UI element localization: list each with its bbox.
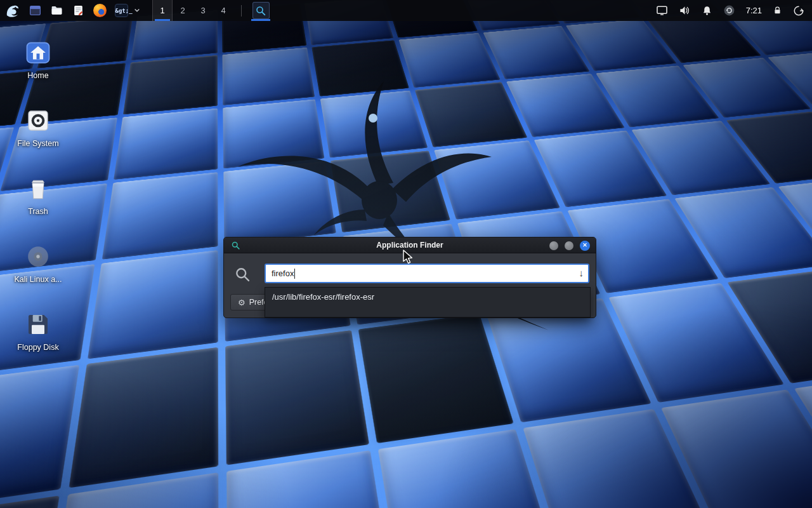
- file-system-drive-icon: [25, 108, 51, 133]
- terminal-dropdown-button[interactable]: [132, 0, 142, 21]
- finder-titlebar[interactable]: Application Finder ✕: [224, 237, 596, 253]
- kali-installer-disc-icon: [25, 244, 51, 269]
- window-icon: [29, 4, 42, 17]
- dropdown-arrow-icon[interactable]: ↓: [579, 267, 584, 278]
- desktop-icon-trash[interactable]: Trash: [8, 173, 69, 216]
- search-icon: [255, 5, 266, 17]
- kali-desktop: &gt;_ 1 2 3 4: [0, 0, 812, 508]
- desktop-icon-label: Trash: [8, 207, 69, 216]
- finder-body: firefox ↓ ⚙ Preferences /usr/lib/firefox…: [224, 253, 596, 318]
- top-panel: &gt;_ 1 2 3 4: [0, 0, 812, 21]
- file-manager-launcher[interactable]: [46, 0, 67, 21]
- desktop-icon-home[interactable]: Home: [8, 37, 69, 80]
- logout-icon[interactable]: [793, 5, 804, 17]
- window-title: Application Finder: [224, 237, 596, 253]
- firefox-icon: [93, 4, 107, 17]
- close-button[interactable]: ✕: [580, 241, 590, 251]
- text-editor-icon: [72, 4, 84, 17]
- window-manager-launcher[interactable]: [24, 0, 46, 21]
- desktop-icon-label: File System: [8, 139, 69, 148]
- text-editor-launcher[interactable]: [67, 0, 89, 21]
- maximize-button[interactable]: [565, 241, 573, 250]
- search-input[interactable]: firefox ↓: [265, 264, 589, 283]
- workspace-1[interactable]: 1: [152, 0, 173, 21]
- minimize-button[interactable]: [549, 241, 558, 250]
- completion-popup: /usr/lib/firefox-esr/firefox-esr: [265, 287, 591, 318]
- desktop-icon-file-system[interactable]: File System: [8, 105, 69, 148]
- workspace-4[interactable]: 4: [213, 0, 233, 21]
- completion-item[interactable]: /usr/lib/firefox-esr/firefox-esr: [265, 288, 590, 302]
- system-tray: 7:21: [656, 0, 812, 21]
- updates-icon[interactable]: [723, 4, 735, 17]
- application-finder-launcher[interactable]: [249, 0, 272, 21]
- terminal-icon: &gt;_: [115, 4, 128, 17]
- desktop-icon-label: Home: [8, 71, 69, 80]
- firefox-launcher[interactable]: [89, 0, 110, 21]
- desktop-icon-floppy-disk[interactable]: Floppy Disk: [8, 309, 69, 352]
- chevron-down-icon: [134, 8, 140, 13]
- keyring-lock-icon[interactable]: [773, 5, 782, 16]
- kali-logo-icon: [4, 3, 20, 19]
- floppy-disk-icon: [25, 312, 51, 337]
- kali-menu-button[interactable]: [0, 0, 24, 21]
- gear-icon: ⚙: [238, 298, 246, 307]
- notifications-bell-icon[interactable]: [702, 5, 712, 17]
- trash-icon: [27, 176, 49, 201]
- volume-icon[interactable]: [679, 4, 691, 17]
- text-caret: [294, 269, 295, 279]
- panel-clock[interactable]: 7:21: [746, 6, 762, 15]
- search-input-value: firefox: [272, 269, 294, 278]
- desktop-icon-label: Floppy Disk: [8, 343, 69, 352]
- folder-icon: [50, 4, 63, 17]
- terminal-launcher[interactable]: &gt;_: [110, 0, 132, 21]
- display-icon[interactable]: [656, 4, 668, 17]
- desktop-icon-label: Kali Linux a...: [8, 275, 69, 284]
- panel-separator: [241, 5, 242, 17]
- workspace-switcher: 1 2 3 4: [152, 0, 233, 21]
- search-magnifier-icon: [234, 266, 251, 283]
- desktop-icon-kali-installer[interactable]: Kali Linux a...: [8, 241, 69, 284]
- workspace-2[interactable]: 2: [173, 0, 193, 21]
- workspace-3[interactable]: 3: [193, 0, 213, 21]
- home-folder-icon: [25, 39, 51, 66]
- application-finder-window: Application Finder ✕ firefox ↓ ⚙ Prefere…: [223, 237, 596, 318]
